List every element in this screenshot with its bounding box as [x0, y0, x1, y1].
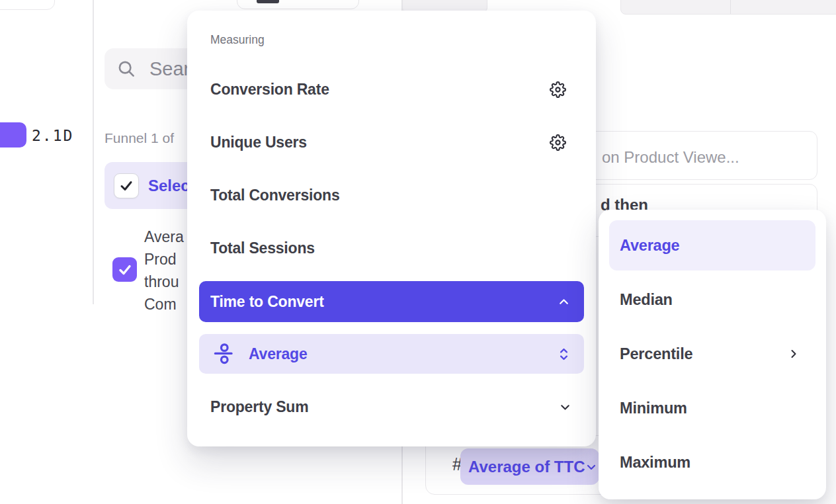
funnel-count-label: Funnel 1 of — [104, 130, 174, 146]
app-root: Sear 2.1D Funnel 1 of Selec Avera Prod t… — [0, 0, 836, 504]
menu-item-ttc-average[interactable]: Average — [199, 334, 584, 374]
left-pane-divider — [93, 0, 94, 304]
checkmark-icon — [117, 262, 133, 278]
select-all-label: Selec — [148, 177, 190, 195]
menu-item-property-sum[interactable]: Property Sum — [187, 386, 596, 428]
submenu-item-minimum[interactable]: Minimum — [599, 387, 826, 429]
submenu-item-average[interactable]: Average — [609, 220, 815, 271]
gear-icon[interactable] — [550, 134, 566, 151]
submenu-item-maximum[interactable]: Maximum — [599, 441, 826, 483]
menu-item-total-sessions[interactable]: Total Sessions — [187, 227, 596, 269]
chevron-down-icon — [558, 400, 572, 414]
aggregation-submenu: Average Median Percentile Minimum Maximu… — [599, 210, 826, 499]
top-gray-panel-right — [620, 0, 836, 15]
search-text: Sear — [149, 58, 190, 80]
metric-pill-button[interactable]: Average of TTC — [460, 448, 599, 485]
unfold-icon — [558, 347, 570, 362]
search-icon — [116, 59, 136, 79]
menu-item-unique-users[interactable]: Unique Users — [187, 121, 596, 163]
divide-average-icon — [212, 342, 236, 366]
top-toolbar-button[interactable] — [237, 0, 359, 9]
menu-item-total-conversions[interactable]: Total Conversions — [187, 174, 596, 216]
submenu-item-median[interactable]: Median — [599, 278, 826, 321]
measuring-menu: Measuring Conversion Rate Unique Users T… — [187, 11, 596, 446]
step-description-line: Com — [144, 293, 184, 315]
chevron-right-icon — [787, 347, 800, 360]
metric-pill-label: Average of TTC — [468, 458, 585, 476]
submenu-item-percentile[interactable]: Percentile — [599, 333, 826, 375]
series-color-chip — [0, 122, 26, 147]
step-checkbox[interactable] — [112, 257, 137, 282]
chevron-up-icon — [557, 295, 571, 309]
step-description: Avera Prod throu Com — [144, 226, 184, 315]
top-gray-panel-divider — [730, 0, 731, 14]
menu-item-conversion-rate[interactable]: Conversion Rate — [187, 68, 596, 110]
chevron-down-icon — [585, 460, 598, 474]
metric-value-label: 2.1D — [32, 127, 73, 144]
menu-item-time-to-convert[interactable]: Time to Convert — [199, 281, 584, 322]
top-toolbar-button-icon — [257, 0, 279, 3]
select-all-checkbox[interactable] — [114, 173, 139, 198]
gear-icon[interactable] — [550, 81, 566, 98]
top-left-card-fragment — [0, 0, 55, 10]
step-description-line: Prod — [144, 248, 184, 271]
step-description-line: throu — [144, 271, 184, 293]
step-description-line: Avera — [144, 226, 184, 248]
menu-header: Measuring — [210, 33, 265, 47]
event-step-label: on Product Viewe... — [602, 148, 739, 167]
checkmark-icon — [118, 178, 134, 194]
